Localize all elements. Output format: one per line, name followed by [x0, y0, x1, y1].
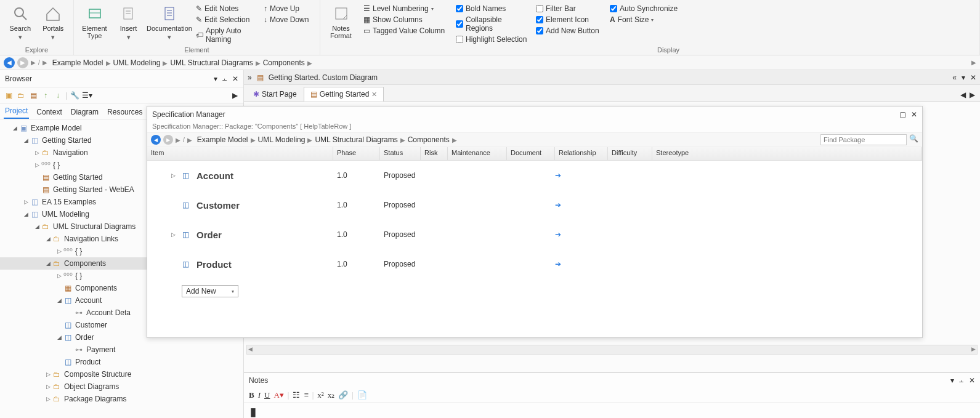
- nav-forward-button[interactable]: ▶: [163, 135, 173, 145]
- add-new-check[interactable]: Add New Button: [533, 26, 607, 36]
- documentation-button[interactable]: Documentation▾: [145, 1, 193, 44]
- collapse-icon[interactable]: ▶: [230, 90, 240, 100]
- search-icon[interactable]: 🔍: [909, 134, 918, 145]
- spec-subtitle: Specification Manager:: Package: "Compon…: [147, 123, 922, 132]
- level-numbering[interactable]: ☰Level Numbering ▾: [361, 4, 453, 14]
- link-button[interactable]: 🔗: [338, 390, 348, 400]
- col-difficulty[interactable]: Difficulty: [608, 147, 652, 160]
- col-status[interactable]: Status: [380, 147, 421, 160]
- down-icon[interactable]: ↓: [53, 90, 63, 100]
- col-stereotype[interactable]: Stereotype: [652, 147, 922, 160]
- tab-getting-started[interactable]: ▤Getting Started✕: [304, 87, 384, 102]
- svg-rect-7: [165, 7, 174, 20]
- col-phase[interactable]: Phase: [333, 147, 380, 160]
- tabstrip-caption: Getting Started. Custom Diagram: [269, 73, 378, 82]
- apply-auto-naming[interactable]: 🏷Apply Auto Naming: [193, 26, 261, 44]
- font-color-button[interactable]: A▾: [273, 390, 283, 400]
- dropdown-icon[interactable]: ▾: [214, 74, 217, 83]
- spec-row[interactable]: ◫Product1.0Proposed➔: [147, 249, 922, 279]
- close-icon[interactable]: ✕: [232, 74, 238, 83]
- hamburger-icon[interactable]: ☰▾: [82, 90, 92, 100]
- element-type-button[interactable]: Element Type: [78, 1, 111, 44]
- tab-diagram[interactable]: Diagram: [70, 105, 100, 119]
- bold-button[interactable]: B: [249, 390, 254, 400]
- col-document[interactable]: Document: [507, 147, 555, 160]
- scroll-right-icon[interactable]: ▶: [970, 90, 975, 99]
- nav-back-button[interactable]: ◀: [4, 57, 15, 68]
- portals-button[interactable]: Portals▾: [37, 1, 70, 41]
- edit-notes: ✎Edit Notes: [193, 4, 261, 14]
- scroll-left-icon[interactable]: ◀: [960, 90, 966, 99]
- col-risk[interactable]: Risk: [421, 147, 448, 160]
- spec-row[interactable]: ◫Customer1.0Proposed➔: [147, 190, 922, 220]
- collapse-icon[interactable]: «: [952, 73, 957, 82]
- pencil-icon: ✎: [196, 15, 202, 24]
- font-size[interactable]: AFont Size ▾: [607, 15, 687, 25]
- tree-item[interactable]: ⊶Payment: [0, 344, 243, 356]
- dropdown-icon[interactable]: ▾: [950, 376, 954, 385]
- italic-button[interactable]: I: [258, 390, 261, 400]
- h-scrollbar[interactable]: ◀ ▶: [246, 345, 978, 355]
- element-icon-check[interactable]: Element Icon: [533, 15, 607, 25]
- pin-icon[interactable]: ⫠: [958, 376, 965, 385]
- dropdown-icon[interactable]: ▾: [962, 73, 965, 82]
- col-maintenance[interactable]: Maintenance: [448, 147, 507, 160]
- add-new-button[interactable]: Add New▾: [182, 285, 238, 297]
- close-icon[interactable]: ✕: [911, 110, 917, 119]
- tab-resources[interactable]: Resources: [106, 105, 144, 119]
- breadcrumb-bar: ◀ ▶ ▶/▶ Example Model▶UML Modeling▶UML S…: [0, 55, 980, 70]
- pin-icon[interactable]: ⫠: [221, 74, 229, 83]
- up-icon[interactable]: ↑: [41, 90, 51, 100]
- new-pkg-icon[interactable]: ▣: [4, 90, 14, 100]
- list-button[interactable]: ☷: [293, 390, 300, 400]
- element-icon: [85, 4, 105, 23]
- find-package-input[interactable]: [820, 134, 907, 145]
- spec-row[interactable]: ▷◫Account1.0Proposed➔: [147, 161, 922, 190]
- notes-panel: Notes ▾ ⫠ ✕ B I U A▾ | ☷ ≡ | x² x₂ 🔗 |: [244, 372, 980, 418]
- notes-title: Notes: [249, 376, 268, 385]
- folder-icon[interactable]: 🗀: [16, 90, 26, 100]
- breadcrumb-expand[interactable]: ▶: [971, 59, 976, 66]
- nav-back-button[interactable]: ◀: [151, 135, 161, 145]
- close-icon[interactable]: ✕: [969, 376, 975, 385]
- tab-start-page[interactable]: ✱Start Page: [246, 87, 304, 102]
- spec-row[interactable]: ▷◫Order1.0Proposed➔: [147, 220, 922, 249]
- spec-breadcrumb: ◀ ▶ ▶/▶ Example Model▶UML Modeling▶UML S…: [147, 132, 922, 147]
- nav-forward-button[interactable]: ▶: [17, 57, 28, 68]
- maximize-icon[interactable]: ▢: [899, 110, 906, 119]
- highlight-check[interactable]: Highlight Selection: [453, 34, 533, 44]
- font-icon: A: [610, 15, 615, 24]
- tree-item[interactable]: ▷🗀Package Diagrams: [0, 393, 243, 405]
- underline-button[interactable]: U: [264, 390, 270, 400]
- tree-item[interactable]: ▷🗀Object Diagrams: [0, 380, 243, 393]
- doc-button[interactable]: 📄: [357, 390, 367, 400]
- wrench-icon[interactable]: 🔧: [70, 90, 79, 100]
- tree-item[interactable]: ◫Product: [0, 356, 243, 368]
- insert-button[interactable]: Insert▾: [111, 1, 145, 44]
- group-label: Element: [74, 46, 320, 54]
- spec-body[interactable]: ▷◫Account1.0Proposed➔◫Customer1.0Propose…: [147, 161, 922, 337]
- bold-names-check[interactable]: Bold Names: [453, 4, 533, 14]
- show-columns[interactable]: ▦Show Columns: [361, 15, 453, 25]
- tagged-value-column[interactable]: ▭Tagged Value Column: [361, 26, 453, 36]
- auto-sync-check[interactable]: Auto Synchronize: [607, 4, 687, 14]
- subscript-button[interactable]: x₂: [328, 390, 335, 400]
- label: Element Type: [78, 25, 111, 39]
- numlist-button[interactable]: ≡: [304, 390, 308, 400]
- search-button[interactable]: Search▾: [4, 1, 37, 41]
- breadcrumb-items[interactable]: Example Model▶UML Modeling▶UML Structura…: [50, 58, 312, 67]
- diagram-icon[interactable]: ▤: [28, 90, 38, 100]
- collapsible-check[interactable]: Collapsible Regions: [453, 15, 533, 33]
- filter-bar-check[interactable]: Filter Bar: [533, 4, 607, 14]
- move-down: ↓Move Down: [261, 15, 315, 25]
- col-relationship[interactable]: Relationship: [555, 147, 608, 160]
- col-item[interactable]: Item: [147, 147, 333, 160]
- notes-format-button[interactable]: Notes Format: [324, 1, 358, 39]
- tree-item[interactable]: ▷🗀Composite Structure: [0, 368, 243, 380]
- close-icon[interactable]: ✕: [371, 90, 377, 98]
- close-icon[interactable]: ✕: [970, 73, 976, 82]
- tab-context[interactable]: Context: [35, 105, 63, 119]
- superscript-button[interactable]: x²: [317, 390, 323, 400]
- expand-icon[interactable]: »: [248, 73, 252, 82]
- tab-project[interactable]: Project: [4, 104, 29, 119]
